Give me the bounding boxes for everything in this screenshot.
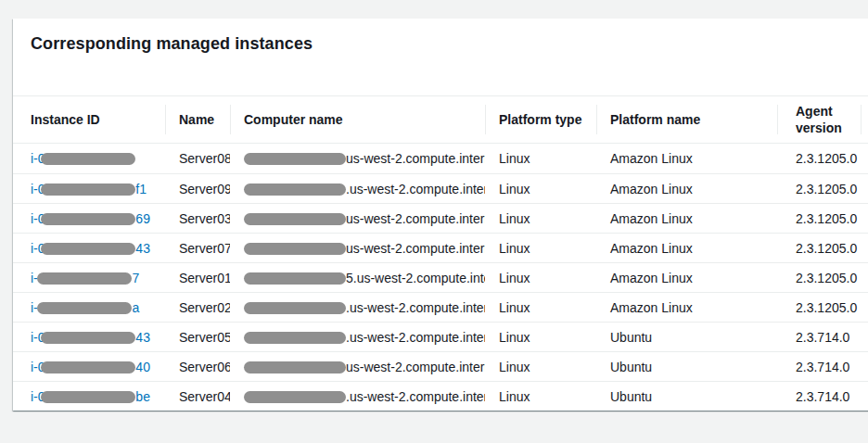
column-header-platform-name: Platform name xyxy=(596,111,777,128)
instance-id-suffix: 69 xyxy=(135,211,150,226)
redacted-instance-id xyxy=(37,272,132,285)
computer-name-suffix: .us-west-2.compute.internal xyxy=(346,389,485,404)
computer-name-cell: .us-west-2.compute.internal xyxy=(230,330,485,345)
platform-name-cell: Amazon Linux xyxy=(596,151,777,166)
column-header-computer-name: Computer name xyxy=(230,111,485,128)
instance-id-link[interactable]: i-0fa xyxy=(31,300,139,315)
instance-id-suffix: 40 xyxy=(135,360,150,374)
computer-name-suffix: us-west-2.compute.internal xyxy=(346,241,485,256)
platform-name-cell: Ubuntu xyxy=(596,389,777,404)
name-cell: Server05 xyxy=(165,330,230,345)
computer-name-suffix: 5.us-west-2.compute.internal xyxy=(346,271,485,285)
column-header-platform-type: Platform type xyxy=(485,111,596,128)
agent-version-cell: 2.3.1205.0 xyxy=(777,211,861,226)
name-cell: Server02 xyxy=(165,300,230,315)
table-row: i-02 Server08 us-west-2.compute.internal… xyxy=(13,144,868,173)
instance-id-cell: i-08be xyxy=(13,389,165,404)
instance-id-link[interactable]: i-0f7 xyxy=(31,271,139,285)
column-header-name: Name xyxy=(165,111,230,128)
instance-id-link[interactable]: i-0543 xyxy=(31,330,150,345)
managed-instances-panel: Corresponding managed instances Instance… xyxy=(13,19,868,411)
redacted-computer-name xyxy=(244,361,346,373)
table-row: i-0fa Server02 .us-west-2.compute.intern… xyxy=(13,292,868,322)
computer-name-suffix: .us-west-2.compute.internal xyxy=(346,300,485,315)
page-background: { "panel": { "title": "Corresponding man… xyxy=(0,0,868,443)
agent-version-cell: 2.3.1205.0 xyxy=(777,241,861,256)
computer-name-cell: us-west-2.compute.internal xyxy=(230,360,485,374)
instance-id-link[interactable]: i-02 xyxy=(31,151,135,166)
computer-name-cell: us-west-2.compute.internal xyxy=(230,151,485,166)
table-row: i-0640 Server06 us-west-2.compute.intern… xyxy=(13,351,868,381)
computer-name-cell: .us-west-2.compute.internal xyxy=(230,300,485,315)
platform-type-cell: Linux xyxy=(485,360,596,374)
instance-id-link[interactable]: i-0669 xyxy=(31,211,150,226)
instance-id-cell: i-0543 xyxy=(13,330,165,345)
redacted-computer-name xyxy=(244,243,346,255)
platform-name-cell: Amazon Linux xyxy=(596,241,777,256)
redacted-computer-name xyxy=(244,332,346,344)
table-row: i-0f7 Server01 5.us-west-2.compute.inter… xyxy=(13,262,868,292)
platform-type-cell: Linux xyxy=(485,330,596,345)
redacted-instance-id xyxy=(41,213,135,225)
table-row: i-0543 Server05 .us-west-2.compute.inter… xyxy=(13,322,868,351)
instance-id-suffix: 43 xyxy=(135,330,150,345)
instance-id-cell: i-0fa xyxy=(13,300,165,315)
name-cell: Server08 xyxy=(165,151,230,166)
table-row: i-0bf1 Server09 .us-west-2.compute.inter… xyxy=(13,173,868,203)
instance-id-cell: i-0bf1 xyxy=(13,182,165,196)
instance-id-cell: i-0743 xyxy=(13,241,165,256)
name-cell: Server07 xyxy=(165,241,230,256)
instance-id-link[interactable]: i-0743 xyxy=(31,241,150,256)
table-row: i-08be Server04 .us-west-2.compute.inter… xyxy=(13,381,868,411)
computer-name-suffix: us-west-2.compute.internal xyxy=(346,211,485,226)
computer-name-suffix: .us-west-2.compute.internal xyxy=(346,330,485,345)
redacted-instance-id xyxy=(41,391,135,403)
agent-version-cell: 2.3.714.0 xyxy=(777,330,861,345)
platform-type-cell: Linux xyxy=(485,151,596,166)
redacted-instance-id xyxy=(41,243,135,255)
agent-version-cell: 2.3.714.0 xyxy=(777,389,861,404)
computer-name-suffix: us-west-2.compute.internal xyxy=(346,151,485,166)
table-header-row: Instance ID Name Computer name Platform … xyxy=(13,95,868,144)
platform-name-cell: Amazon Linux xyxy=(596,211,777,226)
agent-version-cell: 2.3.1205.0 xyxy=(777,300,861,315)
platform-type-cell: Linux xyxy=(485,389,596,404)
redacted-computer-name xyxy=(244,153,346,165)
computer-name-cell: 5.us-west-2.compute.internal xyxy=(230,271,485,285)
redacted-computer-name xyxy=(244,272,346,285)
agent-version-cell: 2.3.1205.0 xyxy=(777,271,861,285)
platform-type-cell: Linux xyxy=(485,211,596,226)
redacted-computer-name xyxy=(244,302,346,314)
name-cell: Server01 xyxy=(165,271,230,285)
instance-id-cell: i-0669 xyxy=(13,211,165,226)
table-row: i-0743 Server07 us-west-2.compute.intern… xyxy=(13,233,868,262)
name-cell: Server03 xyxy=(165,211,230,226)
panel-title: Corresponding managed instances xyxy=(31,33,857,54)
platform-type-cell: Linux xyxy=(485,300,596,315)
panel-header: Corresponding managed instances xyxy=(13,19,868,95)
computer-name-cell: .us-west-2.compute.internal xyxy=(230,389,485,404)
redacted-instance-id xyxy=(41,153,135,165)
instance-id-link[interactable]: i-0bf1 xyxy=(31,182,147,196)
redacted-instance-id xyxy=(41,332,135,344)
computer-name-suffix: us-west-2.compute.internal xyxy=(346,360,485,374)
redacted-computer-name xyxy=(244,391,346,403)
name-cell: Server04 xyxy=(165,389,230,404)
column-header-agent-version: Agent version xyxy=(777,103,861,136)
computer-name-cell: .us-west-2.compute.internal xyxy=(230,182,485,196)
platform-type-cell: Linux xyxy=(485,271,596,285)
platform-name-cell: Ubuntu xyxy=(596,360,777,374)
instance-id-suffix: be xyxy=(135,389,150,404)
agent-version-cell: 2.3.1205.0 xyxy=(777,151,861,166)
name-cell: Server09 xyxy=(165,182,230,196)
instance-id-link[interactable]: i-08be xyxy=(31,389,150,404)
instance-id-suffix: f1 xyxy=(135,182,147,196)
agent-version-cell: 2.3.714.0 xyxy=(777,360,861,374)
instance-id-link[interactable]: i-0640 xyxy=(31,360,150,374)
column-header-instance-id: Instance ID xyxy=(13,111,165,128)
platform-name-cell: Amazon Linux xyxy=(596,182,777,196)
instance-id-cell: i-0f7 xyxy=(13,271,165,285)
redacted-instance-id xyxy=(37,302,132,314)
platform-type-cell: Linux xyxy=(485,182,596,196)
redacted-instance-id xyxy=(41,361,135,373)
